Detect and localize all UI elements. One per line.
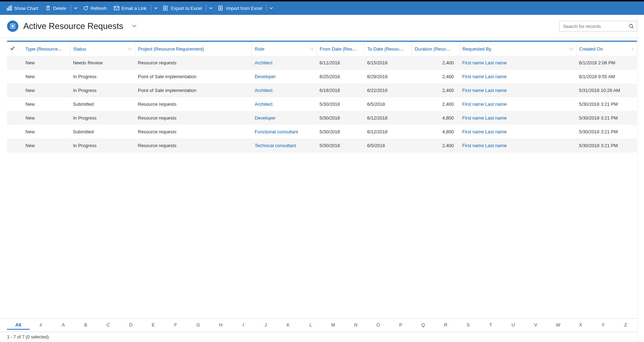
col-type[interactable]: Type (Resource… — [23, 42, 70, 56]
role-link[interactable]: Functional consultant — [255, 129, 298, 134]
search-button[interactable] — [626, 21, 637, 31]
cell-created-on: 5/30/2018 3:21 PM — [576, 139, 637, 152]
show-chart-button[interactable]: Show Chart — [3, 1, 42, 15]
cell-project: Resource requests — [135, 125, 252, 139]
vertical-scrollbar[interactable] — [638, 15, 644, 152]
table-row[interactable]: New In Progress Point of Sale implementa… — [7, 70, 637, 83]
role-link[interactable]: Architect — [255, 88, 273, 93]
cell-type: New — [23, 83, 70, 97]
row-selector[interactable] — [7, 125, 23, 139]
cell-duration: 4,800 — [412, 125, 460, 139]
export-excel-dropdown[interactable] — [207, 1, 215, 15]
select-all-header[interactable] — [7, 42, 23, 56]
cell-to-date: 6/22/2018 — [364, 83, 412, 97]
email-link-button[interactable]: Email a Link — [110, 1, 150, 15]
requested-by-link[interactable]: First name Last name — [462, 143, 507, 148]
cell-to-date: 6/5/2018 — [364, 139, 412, 152]
page-header: Active Resource Requests — [0, 15, 644, 38]
cell-created-on: 5/30/2018 3:21 PM — [576, 97, 637, 111]
table-row[interactable]: New In Progress Resource requests Develo… — [7, 111, 637, 125]
cell-status: In Progress — [70, 83, 135, 97]
cell-type: New — [23, 125, 70, 139]
col-from-date[interactable]: From Date (Res… — [317, 42, 365, 56]
refresh-label: Refresh — [91, 6, 107, 11]
refresh-icon — [83, 5, 89, 11]
requested-by-link[interactable]: First name Last name — [462, 129, 507, 134]
table-row[interactable]: New Needs Review Resource requests Archi… — [7, 56, 637, 70]
import-excel-dropdown[interactable] — [267, 1, 275, 15]
sort-icon: ↑↓ — [569, 46, 573, 51]
cell-requested-by: First name Last name — [459, 56, 576, 70]
cell-from-date: 5/30/2018 — [317, 125, 365, 139]
cell-type: New — [23, 139, 70, 152]
cell-to-date: 6/12/2018 — [364, 125, 412, 139]
table-row[interactable]: New In Progress Point of Sale implementa… — [7, 83, 637, 97]
requested-by-link[interactable]: First name Last name — [462, 74, 507, 79]
email-link-dropdown[interactable] — [152, 1, 160, 15]
row-selector[interactable] — [7, 139, 23, 152]
delete-button[interactable]: Delete — [42, 1, 70, 15]
row-selector[interactable] — [7, 83, 23, 97]
delete-dropdown[interactable] — [72, 1, 79, 15]
cell-from-date: 6/18/2018 — [317, 83, 365, 97]
role-link[interactable]: Architect — [255, 60, 273, 65]
svg-rect-0 — [7, 8, 8, 10]
role-link[interactable]: Developer — [255, 115, 276, 121]
col-to-date[interactable]: To Date (Resou… — [364, 42, 412, 56]
col-project[interactable]: Project (Resource Requirement) — [135, 42, 252, 56]
col-duration[interactable]: Duration (Reso… — [412, 42, 460, 56]
excel-import-icon — [218, 5, 224, 11]
svg-rect-1 — [9, 7, 10, 10]
table-row[interactable]: New In Progress Resource requests Techni… — [7, 139, 637, 152]
requested-by-link[interactable]: First name Last name — [462, 60, 507, 65]
import-excel-label: Import from Excel — [226, 6, 262, 11]
role-link[interactable]: Technical consultant — [255, 143, 296, 148]
cell-created-on: 5/30/2018 3:21 PM — [576, 125, 637, 139]
cell-from-date: 5/30/2018 — [317, 111, 365, 125]
chart-icon — [6, 5, 12, 11]
row-selector[interactable] — [7, 56, 23, 70]
cell-project: Resource requests — [135, 97, 252, 111]
search-input[interactable] — [560, 24, 626, 29]
cell-duration: 2,400 — [412, 83, 460, 97]
cell-to-date: 6/12/2018 — [364, 111, 412, 125]
col-requested-by[interactable]: Requested By↑↓ — [459, 42, 576, 56]
requested-by-link[interactable]: First name Last name — [462, 88, 507, 93]
cell-requested-by: First name Last name — [459, 139, 576, 152]
cell-duration: 2,400 — [412, 70, 460, 83]
cell-role: Developer — [252, 111, 317, 125]
cell-created-on: 5/30/2018 3:21 PM — [576, 111, 637, 125]
col-role[interactable]: Role↑↓ — [252, 42, 317, 56]
svg-rect-3 — [114, 6, 119, 10]
cell-requested-by: First name Last name — [459, 125, 576, 139]
role-link[interactable]: Architect — [255, 102, 273, 107]
cell-type: New — [23, 56, 70, 70]
col-status[interactable]: Status↑↓ — [70, 42, 135, 56]
search-box[interactable] — [559, 21, 637, 31]
view-selector-chevron[interactable] — [132, 23, 137, 29]
table-row[interactable]: New Submitted Resource requests Architec… — [7, 97, 637, 111]
requested-by-link[interactable]: First name Last name — [462, 102, 507, 107]
row-selector[interactable] — [7, 97, 23, 111]
cell-requested-by: First name Last name — [459, 83, 576, 97]
requested-by-link[interactable]: First name Last name — [462, 115, 507, 121]
cell-from-date: 6/11/2018 — [317, 56, 365, 70]
export-excel-label: Export to Excel — [171, 6, 202, 11]
cell-type: New — [23, 97, 70, 111]
row-selector[interactable] — [7, 111, 23, 125]
import-excel-button[interactable]: Import from Excel — [215, 1, 266, 15]
col-created-on[interactable]: Created On↓ — [576, 42, 637, 56]
cell-status: In Progress — [70, 139, 135, 152]
row-selector[interactable] — [7, 70, 23, 83]
cell-project: Resource requests — [135, 56, 252, 70]
cell-project: Point of Sale implementation — [135, 70, 252, 83]
role-link[interactable]: Developer — [255, 74, 276, 79]
refresh-button[interactable]: Refresh — [79, 1, 111, 15]
cell-status: In Progress — [70, 70, 135, 83]
table-row[interactable]: New Submitted Resource requests Function… — [7, 125, 637, 139]
svg-point-8 — [630, 24, 633, 28]
export-excel-button[interactable]: Export to Excel — [160, 1, 205, 15]
cell-from-date: 5/30/2018 — [317, 97, 365, 111]
cell-requested-by: First name Last name — [459, 97, 576, 111]
sort-icon: ↑↓ — [309, 46, 314, 51]
